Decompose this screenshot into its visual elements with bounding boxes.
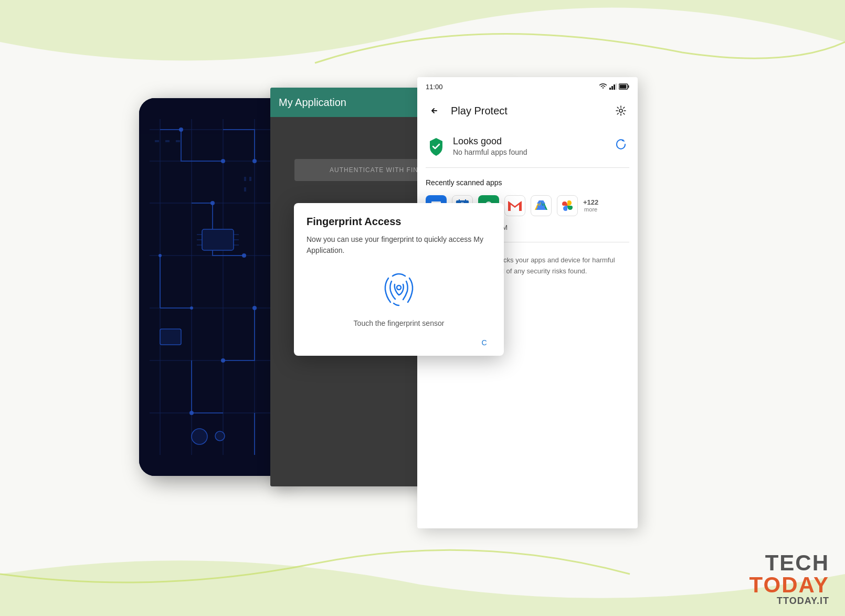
svg-rect-40 xyxy=(611,86,613,90)
settings-button[interactable] xyxy=(612,102,629,119)
looks-good-text: Looks good No harmful apps found xyxy=(453,136,527,156)
svg-point-17 xyxy=(221,358,225,363)
svg-rect-34 xyxy=(176,140,180,142)
svg-rect-45 xyxy=(620,85,627,89)
watermark-tech: TECH xyxy=(749,552,829,574)
svg-rect-33 xyxy=(165,140,170,142)
svg-point-20 xyxy=(190,306,193,310)
status-bar: 11:00 xyxy=(417,77,638,96)
dialog-description: Now you can use your fingerprint to quic… xyxy=(307,234,491,256)
phone-device xyxy=(139,98,286,476)
wifi-icon xyxy=(599,83,607,90)
recently-scanned-title: Recently scanned apps xyxy=(426,178,629,187)
app-icon-gmail xyxy=(504,195,525,216)
dialog-cancel-area: C xyxy=(307,338,491,347)
svg-rect-31 xyxy=(215,431,225,441)
svg-point-15 xyxy=(242,253,246,258)
phone-screen xyxy=(139,98,286,476)
drive-icon xyxy=(534,199,548,212)
svg-rect-44 xyxy=(628,86,629,88)
looks-good-section: Looks good No harmful apps found xyxy=(417,125,638,167)
app-icon-drive xyxy=(531,195,552,216)
signal-icon xyxy=(609,83,617,90)
svg-rect-36 xyxy=(249,177,251,181)
looks-good-subtitle: No harmful apps found xyxy=(453,148,527,156)
svg-point-13 xyxy=(221,159,225,163)
photos-icon xyxy=(560,198,575,213)
refresh-button[interactable] xyxy=(612,136,629,153)
gmail-icon xyxy=(508,200,522,211)
dialog-cancel-button[interactable]: C xyxy=(477,334,491,351)
shield-icon-wrap xyxy=(426,136,447,157)
svg-rect-0 xyxy=(139,98,286,476)
scene: My Application AUTHENTICATE WITH FINGERP… xyxy=(108,72,737,544)
svg-rect-35 xyxy=(244,177,246,181)
status-icons xyxy=(599,83,629,90)
play-protect-title: Play Protect xyxy=(451,105,612,117)
svg-rect-41 xyxy=(614,84,615,90)
svg-rect-30 xyxy=(192,429,207,444)
back-button[interactable] xyxy=(426,102,442,119)
looks-good-left: Looks good No harmful apps found xyxy=(426,136,527,157)
svg-point-38 xyxy=(397,285,401,290)
fingerprint-icon xyxy=(378,267,420,309)
dialog-touch-text: Touch the fingerprint sensor xyxy=(307,319,491,327)
svg-point-18 xyxy=(189,411,194,415)
fingerprint-icon-container xyxy=(307,267,491,309)
svg-rect-42 xyxy=(616,83,617,90)
app-icon-photos xyxy=(557,195,578,216)
watermark-today: TODAY xyxy=(749,574,829,596)
svg-rect-39 xyxy=(609,88,611,90)
settings-icon xyxy=(615,105,627,116)
app-screen-title: My Application xyxy=(279,97,346,109)
svg-rect-37 xyxy=(244,187,246,192)
play-protect-appbar: Play Protect xyxy=(417,96,638,125)
svg-point-46 xyxy=(619,109,622,112)
svg-point-19 xyxy=(159,254,162,257)
looks-good-title: Looks good xyxy=(453,136,527,147)
shield-icon xyxy=(426,136,447,157)
status-time: 11:00 xyxy=(426,83,443,91)
svg-rect-32 xyxy=(155,140,159,142)
battery-icon xyxy=(619,83,629,90)
app-more-count: +122 more xyxy=(583,198,598,214)
svg-point-21 xyxy=(252,159,257,163)
svg-rect-22 xyxy=(202,229,234,250)
refresh-icon xyxy=(615,139,627,150)
fingerprint-dialog: Fingerprint Access Now you can use your … xyxy=(294,203,504,356)
dialog-title: Fingerprint Access xyxy=(307,216,491,228)
svg-rect-29 xyxy=(160,329,181,345)
svg-point-16 xyxy=(252,306,257,310)
circuit-board-bg xyxy=(139,98,286,476)
svg-point-12 xyxy=(179,128,183,132)
watermark-url: TTODAY.IT xyxy=(777,596,829,606)
back-icon xyxy=(429,105,439,116)
watermark: TECH TODAY TTODAY.IT xyxy=(749,552,829,606)
svg-point-14 xyxy=(210,201,215,205)
